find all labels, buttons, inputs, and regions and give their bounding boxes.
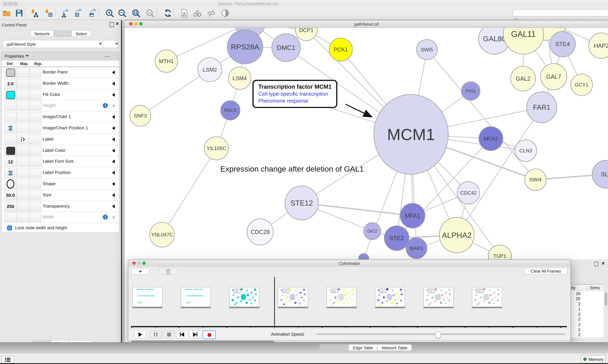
- property-row-shape[interactable]: Shape: [1, 179, 119, 190]
- show-graphics-details-icon[interactable]: [220, 8, 230, 18]
- mapping-cell[interactable]: [17, 101, 29, 111]
- panel-splitter[interactable]: [121, 20, 122, 342]
- property-row-transparency[interactable]: 255Transparency: [1, 201, 119, 212]
- float-panel-icon[interactable]: [594, 262, 598, 266]
- collapse-arrow-icon[interactable]: [112, 93, 115, 97]
- collapse-arrow-icon[interactable]: [112, 137, 115, 141]
- close-panel-icon[interactable]: ✕: [601, 261, 605, 265]
- table-row[interactable]: 2: [570, 317, 582, 322]
- bypass-cell[interactable]: [29, 123, 41, 133]
- mapping-cell[interactable]: [17, 112, 29, 122]
- bypass-cell[interactable]: [29, 157, 41, 167]
- property-row-image-chart-position-1[interactable]: Image/Chart Position 1: [1, 123, 119, 134]
- collapse-all-icon[interactable]: ⌃⌃: [111, 54, 116, 58]
- collapse-arrow-icon[interactable]: [112, 216, 115, 219]
- network-node-SNF3[interactable]: SNF3: [130, 105, 151, 126]
- network-node-GAL11[interactable]: GAL11: [503, 28, 544, 54]
- column-header[interactable]: Stres: [590, 286, 600, 290]
- cyanimator-titlebar[interactable]: CyAnimator: [128, 260, 570, 267]
- export-network-icon[interactable]: [60, 8, 71, 18]
- bypass-cell[interactable]: [29, 213, 41, 222]
- tab-style[interactable]: Style: [54, 30, 71, 37]
- network-node-GIC2[interactable]: GIC2: [364, 223, 381, 240]
- mapping-cell[interactable]: [17, 123, 29, 133]
- network-node-SLT[interactable]: SLT: [592, 160, 608, 188]
- network-node-SWI5[interactable]: SWI5: [416, 39, 437, 60]
- properties-header[interactable]: Properties ⌄⌄ ⌃⌃: [1, 52, 119, 60]
- table-row[interactable]: 2: [570, 322, 582, 327]
- network-node-TUP1[interactable]: TUP1: [488, 245, 511, 260]
- import-table-icon[interactable]: [43, 8, 54, 18]
- property-row-label-position[interactable]: Label Position: [1, 167, 119, 179]
- collapse-arrow-icon[interactable]: [112, 193, 115, 197]
- collapse-arrow-icon[interactable]: [112, 104, 115, 108]
- default-value-cell[interactable]: [4, 213, 17, 222]
- record-button[interactable]: [202, 330, 216, 339]
- network-node-ALPHA2[interactable]: ALPHA2: [439, 217, 474, 253]
- network-node-cutBottom[interactable]: [359, 254, 369, 260]
- network-node-BAR1[interactable]: BAR1: [406, 238, 427, 259]
- bypass-cell[interactable]: [29, 68, 41, 78]
- table-row[interactable]: 1: [570, 307, 582, 312]
- property-row-size[interactable]: 50.0Size: [1, 190, 119, 201]
- tab-select[interactable]: Select: [71, 30, 91, 37]
- export-image-icon[interactable]: [88, 8, 98, 18]
- network-node-MCM1[interactable]: MCM1: [374, 95, 448, 174]
- style-selector[interactable]: galFiltered Style: [2, 40, 106, 48]
- play-button[interactable]: [134, 330, 146, 338]
- bypass-cell[interactable]: [29, 79, 41, 89]
- default-value-cell[interactable]: 50.0: [4, 190, 17, 200]
- memory-button[interactable]: Memory: [581, 355, 606, 363]
- default-value-cell[interactable]: [4, 68, 17, 78]
- delete-frame-button[interactable]: [159, 268, 177, 275]
- bypass-cell[interactable]: [29, 90, 41, 100]
- network-node-GAL7[interactable]: GAL7: [540, 64, 567, 90]
- default-value-cell[interactable]: [4, 146, 17, 156]
- export-table-icon[interactable]: [74, 8, 84, 18]
- bypass-cell[interactable]: [29, 168, 41, 178]
- mapping-cell[interactable]: [17, 68, 29, 78]
- annotation-box[interactable]: Transcription factor MCM1 Cell-type-spec…: [252, 80, 337, 108]
- network-node-YNL047C[interactable]: YNL047C: [150, 222, 175, 247]
- timeline-frame-8[interactable]: [472, 287, 502, 308]
- save-session-icon[interactable]: [14, 8, 24, 18]
- timeline-frame-6[interactable]: [375, 287, 405, 308]
- hide-graphics-details-icon[interactable]: [206, 8, 216, 18]
- table-row[interactable]: 2: [570, 327, 582, 333]
- timeline-playhead[interactable]: [274, 277, 275, 326]
- expand-all-icon[interactable]: ⌄⌄: [104, 54, 109, 58]
- import-network-icon[interactable]: [29, 8, 40, 18]
- table-row[interactable]: 2: [570, 301, 582, 307]
- collapse-arrow-icon[interactable]: [112, 160, 115, 164]
- bypass-cell[interactable]: [29, 112, 41, 122]
- zoom-out-icon[interactable]: [117, 8, 127, 18]
- app-close-button[interactable]: [3, 1, 7, 6]
- table-row[interactable]: 25: [570, 296, 582, 301]
- table-row[interactable]: 2: [570, 332, 582, 338]
- refresh-icon[interactable]: [163, 8, 173, 18]
- open-session-icon[interactable]: [1, 8, 12, 18]
- network-node-GCY1[interactable]: GCY1: [571, 74, 593, 96]
- app-zoom-button[interactable]: [13, 1, 17, 6]
- mapping-cell[interactable]: [17, 179, 29, 189]
- network-node-DCP1[interactable]: DCP1: [295, 28, 317, 41]
- table-row[interactable]: 26: [570, 291, 582, 297]
- tab-node-table[interactable]: Node Table: [319, 344, 349, 351]
- mapping-cell[interactable]: [17, 202, 29, 211]
- default-value-cell[interactable]: [4, 179, 17, 189]
- lock-checkbox[interactable]: ✓: [7, 225, 12, 230]
- network-canvas[interactable]: DCP1RPS28ADMC1PCK1SWI5GAL80GAL11STE4HAP2…: [124, 28, 608, 259]
- mapping-cell[interactable]: [17, 146, 29, 156]
- bypass-cell[interactable]: [29, 179, 41, 189]
- network-node-LSM2[interactable]: LSM2: [198, 58, 222, 82]
- mapping-cell[interactable]: [17, 190, 29, 200]
- find-icon[interactable]: [192, 8, 203, 18]
- property-row-border-width[interactable]: 2.0Border Width: [1, 78, 119, 89]
- network-node-CLN3[interactable]: CLN3: [515, 140, 537, 161]
- network-node-RPS28A[interactable]: RPS28A: [227, 30, 263, 64]
- tab-edge-table[interactable]: Edge Table: [348, 344, 377, 351]
- column-header[interactable]: ity: [571, 286, 575, 290]
- table-row[interactable]: 2: [570, 312, 582, 317]
- collapse-arrow-icon[interactable]: [112, 115, 115, 119]
- zoom-in-icon[interactable]: [105, 8, 115, 18]
